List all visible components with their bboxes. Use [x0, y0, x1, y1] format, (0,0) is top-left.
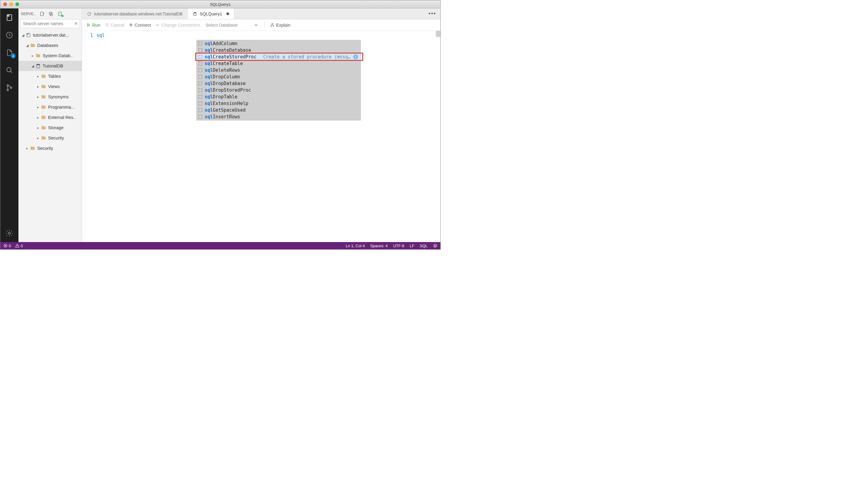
sidebar-title: SERVE.. [21, 12, 36, 16]
editor-tabs: tutorialserver.database.windows.net:Tuto… [82, 8, 440, 19]
chevron-right-icon: ▸ [36, 74, 40, 78]
activity-explorer-icon[interactable]: 1 [5, 48, 14, 57]
chevron-right-icon: ▸ [36, 85, 40, 89]
warning-icon [15, 244, 19, 248]
status-encoding[interactable]: UTF-8 [393, 244, 404, 248]
folder-icon [30, 146, 35, 151]
suggestion-item[interactable]: sqlDropStoredProc [197, 87, 361, 94]
svg-point-3 [7, 68, 11, 72]
tree-security-node[interactable]: ▸ Security [19, 143, 82, 153]
tree-databases-node[interactable]: ◢ Databases [19, 40, 82, 51]
connect-label: Connect [135, 23, 151, 27]
explorer-badge: 1 [10, 53, 16, 58]
suggestion-item[interactable]: sqlInsertRows [197, 114, 361, 120]
status-cursor-position[interactable]: Ln 1, Col 4 [346, 244, 365, 248]
suggestion-label: sqlCreateTable [205, 61, 243, 66]
info-icon[interactable]: i [353, 54, 358, 59]
snippet-icon [199, 75, 202, 79]
clear-search-icon[interactable]: ✕ [74, 21, 78, 26]
suggestion-item[interactable]: sqlExtensionHelp [197, 100, 361, 107]
tree-views-node[interactable]: ▸ Views [19, 81, 82, 92]
change-connection-button[interactable]: Change Connection [155, 23, 200, 27]
folder-icon [30, 43, 35, 48]
suggestion-item[interactable]: sqlDeleteRows [197, 67, 361, 74]
tree-sysdb-node[interactable]: ▸ System Datab.. [19, 51, 82, 61]
hierarchy-icon [270, 23, 274, 27]
tab-dashboard[interactable]: tutorialserver.database.windows.net:Tuto… [82, 8, 188, 19]
suggestion-item[interactable]: sqlCreateStoredProcCreate a stored proce… [197, 53, 361, 60]
tab-overflow-button[interactable]: ••• [424, 8, 440, 19]
minimize-window-button[interactable] [9, 2, 13, 6]
activity-search-icon[interactable] [5, 66, 14, 75]
suggestion-item[interactable]: sqlDropColumn [197, 74, 361, 80]
chevron-right-icon: ▸ [36, 126, 40, 130]
minimap-scrollbar[interactable] [436, 31, 440, 37]
svg-point-24 [436, 245, 436, 245]
snippet-icon [199, 108, 202, 112]
database-select[interactable]: Select Database [204, 23, 259, 27]
folder-icon [41, 104, 46, 110]
activity-bar: 1 [0, 8, 19, 242]
snippet-icon [199, 62, 202, 65]
tree-server-node[interactable]: ◢ tutorialserver.dat... [19, 30, 82, 40]
suggestion-label: sqlCreateStoredProc [205, 54, 257, 59]
new-connection-icon[interactable] [39, 11, 45, 17]
status-eol[interactable]: LF [410, 244, 414, 248]
status-bar: 0 0 Ln 1, Col 4 Spaces: 4 UTF-8 LF SQL [0, 242, 440, 249]
activity-source-control-icon[interactable] [5, 83, 14, 92]
new-group-icon[interactable] [48, 11, 54, 17]
activity-history-icon[interactable] [5, 30, 14, 40]
activity-settings-icon[interactable] [5, 229, 14, 238]
cancel-button[interactable]: Cancel [105, 23, 124, 27]
tree-storage-node[interactable]: ▸ Storage [19, 123, 82, 133]
svg-point-4 [7, 85, 8, 86]
suggestion-item[interactable]: sqlGetSpaceUsed [197, 107, 361, 114]
suggestion-item[interactable]: sqlDropTable [197, 94, 361, 100]
suggestion-item[interactable]: sqlAddColumn [197, 40, 361, 47]
tree-tables-node[interactable]: ▸ Tables [19, 71, 82, 81]
warning-count: 0 [21, 244, 23, 248]
status-errors[interactable]: 0 [3, 244, 11, 248]
suggestion-item[interactable]: sqlDropDatabase [197, 80, 361, 87]
tree-label: TutorialDB [43, 64, 63, 68]
tree-db-security-node[interactable]: ▸ Security [19, 133, 82, 143]
folder-icon [41, 94, 46, 100]
status-language[interactable]: SQL [420, 244, 428, 248]
tree-tutorialdb-node[interactable]: ◢ TutorialDB [19, 61, 82, 71]
code-editor[interactable]: 1 sql sqlAddColumnsqlCreateDatabasesqlCr… [82, 31, 440, 242]
run-button[interactable]: Run [86, 23, 100, 27]
server-search-input[interactable] [20, 19, 80, 28]
line-number: 1 [82, 33, 93, 38]
folder-icon [41, 74, 46, 79]
snippet-icon [199, 82, 202, 85]
window-title: SQLQuery1 [0, 2, 440, 7]
close-window-button[interactable] [3, 2, 7, 6]
svg-point-23 [435, 245, 435, 245]
status-indentation[interactable]: Spaces: 4 [370, 244, 388, 248]
chevron-right-icon: ▸ [30, 54, 35, 58]
suggestion-label: sqlAddColumn [205, 41, 237, 46]
tree-label: Views [48, 84, 59, 89]
explain-button[interactable]: Explain [270, 23, 291, 27]
chevron-down-icon: ◢ [25, 44, 29, 48]
tree-programmability-node[interactable]: ▸ Programma... [19, 102, 82, 112]
tree-external-resources-node[interactable]: ▸ External Res.. [19, 112, 82, 123]
svg-rect-17 [106, 24, 108, 26]
window-controls [3, 2, 19, 6]
cancel-label: Cancel [111, 23, 124, 27]
tree-synonyms-node[interactable]: ▸ Synonyms [19, 92, 82, 102]
status-warnings[interactable]: 0 [15, 244, 23, 248]
tree-label: Security [37, 146, 53, 151]
server-status-icon[interactable] [57, 11, 63, 17]
folder-icon [41, 115, 46, 120]
suggestion-item[interactable]: sqlCreateTable [197, 60, 361, 67]
feedback-icon[interactable] [433, 244, 437, 248]
maximize-window-button[interactable] [16, 2, 19, 6]
suggestion-item[interactable]: sqlCreateDatabase [197, 47, 361, 53]
activity-servers-icon[interactable] [5, 13, 14, 22]
snippet-icon [199, 48, 202, 52]
connect-button[interactable]: Connect [129, 23, 151, 27]
tab-sqlquery[interactable]: SQLQuery1 [188, 8, 234, 19]
error-icon [3, 244, 7, 248]
svg-rect-13 [27, 34, 28, 34]
